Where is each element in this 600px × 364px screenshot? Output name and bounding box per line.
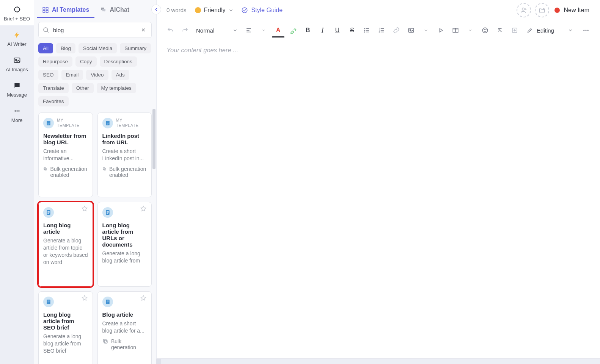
template-card[interactable]: Long blog article from URLs or documents…: [97, 202, 152, 287]
document-icon: [102, 297, 113, 307]
document-icon: [102, 207, 113, 218]
favorite-star-button[interactable]: [140, 295, 148, 302]
filter-chip-ads[interactable]: Ads: [112, 70, 129, 80]
editing-mode-select[interactable]: Editing: [527, 27, 573, 34]
svg-rect-25: [47, 212, 49, 212]
filter-chip-blog[interactable]: Blog: [56, 43, 75, 53]
text-color-button[interactable]: A: [273, 25, 283, 35]
redo-button[interactable]: [181, 25, 190, 35]
tab-label: AI Templates: [52, 6, 89, 13]
filter-chip-repurpose[interactable]: Repurpose: [38, 56, 72, 67]
add-user-button[interactable]: [517, 3, 531, 17]
card-title: Long blog article from URLs or documents: [102, 222, 147, 248]
undo-button[interactable]: [166, 25, 175, 35]
template-card[interactable]: Long blog articleGenerate a blog article…: [38, 202, 93, 287]
cards-grid[interactable]: MYTEMPLATENewsletter from blog URLCreate…: [34, 109, 156, 364]
toolbar-more-button[interactable]: [581, 25, 591, 35]
video-button[interactable]: [436, 25, 445, 35]
svg-rect-37: [107, 302, 108, 302]
image-button[interactable]: [407, 25, 416, 35]
search-wrap: [34, 18, 156, 40]
rail-ai-images[interactable]: AI Images: [0, 51, 34, 76]
rail-label: Message: [7, 92, 27, 98]
favorite-star-button[interactable]: [81, 205, 89, 213]
collapse-panel-button[interactable]: [151, 5, 161, 14]
filter-chip-my-templates[interactable]: My templates: [97, 83, 136, 93]
template-card[interactable]: Blog articleCreate a short blog article …: [97, 291, 152, 364]
svg-point-5: [18, 110, 19, 111]
image-dropdown[interactable]: [421, 25, 430, 35]
insert-block-button[interactable]: [510, 25, 519, 35]
scrollbar-thumb[interactable]: [152, 109, 155, 169]
filter-chip-video[interactable]: Video: [86, 70, 108, 80]
filter-chip-translate[interactable]: Translate: [38, 83, 69, 93]
rail-more[interactable]: More: [0, 102, 34, 127]
filter-chip-favorites[interactable]: Favorites: [38, 96, 69, 106]
style-guide-link[interactable]: Style Guide: [241, 7, 283, 14]
filter-chip-social-media[interactable]: Social Media: [79, 43, 117, 53]
check-icon: [241, 7, 248, 14]
svg-point-3: [14, 110, 16, 111]
italic-button[interactable]: I: [318, 25, 327, 35]
paragraph-style-select[interactable]: Normal: [195, 27, 239, 34]
filter-chip-seo[interactable]: SEO: [38, 70, 58, 80]
svg-rect-13: [47, 123, 49, 123]
horizontal-scrollbar[interactable]: [156, 358, 600, 364]
filter-chip-summary[interactable]: Summary: [120, 43, 151, 53]
tab-ai-templates[interactable]: AI Templates: [37, 2, 94, 18]
clear-format-button[interactable]: [495, 25, 504, 35]
filter-chip-all[interactable]: All: [38, 43, 53, 53]
svg-point-44: [364, 30, 365, 31]
chat-icon: [100, 6, 107, 13]
rail-brief-seo[interactable]: Brief + SEO: [0, 0, 34, 25]
bold-button[interactable]: B: [303, 25, 313, 35]
svg-rect-8: [43, 11, 45, 12]
filter-chip-copy[interactable]: Copy: [75, 56, 97, 67]
editor-content[interactable]: Your content goes here ...: [157, 40, 600, 364]
templates-panel: AI Templates AIChat AllBlogSocial MediaS…: [34, 0, 157, 364]
clear-search-button[interactable]: [139, 26, 148, 34]
svg-rect-40: [103, 339, 106, 342]
add-folder-button[interactable]: [535, 3, 549, 17]
filter-chip-email[interactable]: Email: [61, 70, 83, 80]
card-description: Generate a long blog article from SEO br…: [43, 333, 88, 355]
favorite-star-button[interactable]: [140, 205, 148, 213]
filter-chip-other[interactable]: Other: [72, 83, 94, 93]
panel-tabs: AI Templates AIChat: [34, 0, 156, 18]
emoji-button[interactable]: [480, 25, 490, 35]
chevron-down-icon: [568, 28, 573, 33]
align-button[interactable]: [244, 25, 253, 35]
tab-aichat[interactable]: AIChat: [94, 2, 135, 18]
template-card[interactable]: Long blog article from SEO briefGenerate…: [38, 291, 93, 364]
align-dropdown[interactable]: [259, 25, 268, 35]
template-card[interactable]: MYTEMPLATELinkedIn post from URLCreate a…: [97, 112, 152, 197]
table-button[interactable]: [451, 25, 460, 35]
new-item-status[interactable]: New Item: [554, 7, 589, 14]
strike-button[interactable]: S: [347, 25, 357, 35]
rail-ai-writer[interactable]: AI Writer: [0, 25, 34, 51]
favorite-star-button[interactable]: [81, 295, 89, 302]
filter-chip-descriptions[interactable]: Descriptions: [100, 56, 137, 67]
svg-rect-9: [46, 11, 48, 12]
card-title: Blog article: [102, 311, 147, 318]
table-dropdown[interactable]: [465, 25, 475, 35]
card-title: Newsletter from blog URL: [43, 133, 88, 145]
svg-point-45: [364, 32, 365, 33]
card-title: Long blog article from SEO brief: [43, 311, 88, 331]
scroll-left-cap[interactable]: [156, 359, 161, 364]
tone-selector[interactable]: Friendly: [195, 7, 234, 14]
svg-rect-38: [107, 303, 108, 303]
template-card[interactable]: MYTEMPLATENewsletter from blog URLCreate…: [38, 112, 93, 197]
search-field[interactable]: [38, 22, 152, 38]
tone-label: Friendly: [204, 7, 226, 14]
scrollbar-track: [152, 109, 155, 364]
bullet-list-button[interactable]: [362, 25, 372, 35]
rail-message[interactable]: Message: [0, 76, 34, 102]
search-input[interactable]: [52, 27, 139, 34]
card-tag: MYTEMPLATE: [57, 118, 80, 128]
highlight-button[interactable]: [288, 25, 298, 35]
link-button[interactable]: [392, 25, 401, 35]
underline-button[interactable]: U: [333, 25, 342, 35]
svg-rect-22: [103, 167, 105, 169]
numbered-list-button[interactable]: 123: [377, 25, 386, 35]
